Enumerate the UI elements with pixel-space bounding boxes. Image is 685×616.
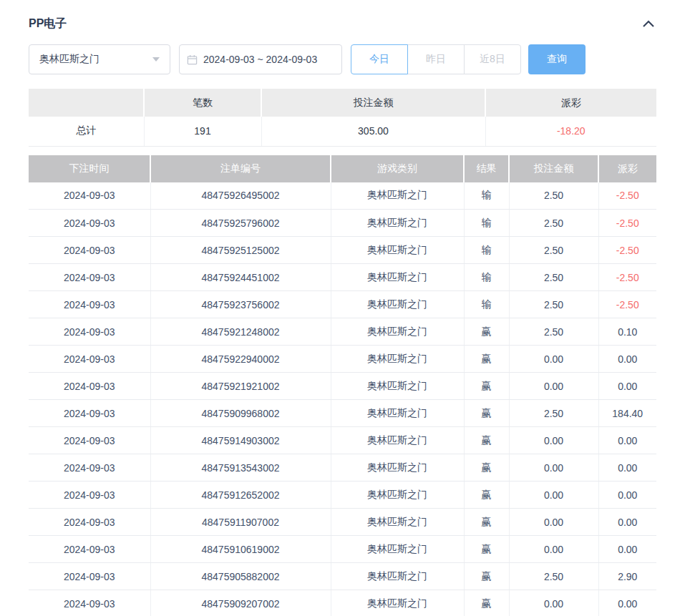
cell-payout: 0.00 (598, 427, 656, 454)
table-row: 2024-09-0348475922940002奥林匹斯之门赢0.000.00 (29, 346, 656, 373)
page-title: PP电子 (29, 16, 67, 31)
cell-bet-amount: 0.00 (509, 509, 598, 536)
cell-bet-time: 2024-09-03 (29, 210, 150, 237)
header-bet-amount: 投注金额 (509, 155, 598, 182)
table-row: 2024-09-0348475909207002奥林匹斯之门赢0.000.00 (29, 590, 656, 616)
cell-result: 输 (464, 182, 509, 210)
header-game-type: 游戏类别 (331, 155, 464, 182)
cell-bet-time: 2024-09-03 (29, 346, 150, 373)
cell-order-id: 48475926495002 (150, 182, 331, 210)
summary-header-count: 笔数 (144, 89, 261, 117)
cell-game-type: 奥林匹斯之门 (331, 454, 464, 481)
cell-payout: 0.00 (598, 373, 656, 400)
cell-game-type: 奥林匹斯之门 (331, 264, 464, 291)
cell-result: 赢 (464, 318, 509, 346)
game-select[interactable]: 奥林匹斯之门 (29, 44, 170, 74)
cell-game-type: 奥林匹斯之门 (331, 373, 464, 400)
cell-bet-time: 2024-09-03 (29, 563, 150, 590)
table-row: 2024-09-0348475921248002奥林匹斯之门赢2.500.10 (29, 318, 656, 346)
cell-order-id: 48475923756002 (150, 291, 331, 318)
cell-bet-amount: 0.00 (509, 481, 598, 509)
cell-result: 输 (464, 237, 509, 264)
bet-records-table: 下注时间 注单编号 游戏类别 结果 投注金额 派彩 2024-09-034847… (29, 155, 656, 616)
cell-game-type: 奥林匹斯之门 (331, 563, 464, 590)
cell-bet-amount: 2.50 (509, 182, 598, 210)
cell-bet-amount: 2.50 (509, 563, 598, 590)
table-row: 2024-09-0348475912652002奥林匹斯之门赢0.000.00 (29, 481, 656, 509)
cell-payout: -2.50 (598, 210, 656, 237)
cell-bet-time: 2024-09-03 (29, 400, 150, 427)
cell-order-id: 48475924451002 (150, 264, 331, 291)
cell-bet-amount: 2.50 (509, 237, 598, 264)
cell-result: 输 (464, 210, 509, 237)
cell-result: 赢 (464, 346, 509, 373)
date-range-value: 2024-09-03 ~ 2024-09-03 (203, 54, 317, 65)
yesterday-button[interactable]: 昨日 (407, 44, 465, 74)
collapse-button[interactable] (641, 18, 656, 29)
table-row: 2024-09-0348475925125002奥林匹斯之门输2.50-2.50 (29, 237, 656, 264)
cell-bet-time: 2024-09-03 (29, 182, 150, 210)
cell-bet-time: 2024-09-03 (29, 454, 150, 481)
cell-result: 赢 (464, 481, 509, 509)
cell-result: 赢 (464, 373, 509, 400)
summary-count-value: 191 (144, 117, 261, 146)
cell-game-type: 奥林匹斯之门 (331, 481, 464, 509)
cell-order-id: 48475925796002 (150, 210, 331, 237)
cell-bet-amount: 2.50 (509, 264, 598, 291)
panel-header: PP电子 (29, 13, 656, 34)
cell-game-type: 奥林匹斯之门 (331, 210, 464, 237)
summary-bet-value: 305.00 (261, 117, 485, 146)
cell-bet-amount: 0.00 (509, 590, 598, 616)
cell-result: 赢 (464, 509, 509, 536)
filter-controls: 奥林匹斯之门 2024-09-03 ~ 2024-09-03 今日 昨日 近8日… (29, 44, 656, 74)
cell-payout: -2.50 (598, 291, 656, 318)
cell-game-type: 奥林匹斯之门 (331, 509, 464, 536)
game-select-value: 奥林匹斯之门 (39, 53, 99, 66)
cell-bet-amount: 2.50 (509, 400, 598, 427)
cell-order-id: 48475909968002 (150, 400, 331, 427)
summary-table: 笔数 投注金额 派彩 总计 191 305.00 -18.20 (29, 89, 656, 147)
cell-game-type: 奥林匹斯之门 (331, 536, 464, 563)
cell-bet-time: 2024-09-03 (29, 427, 150, 454)
header-payout: 派彩 (598, 155, 656, 182)
table-row: 2024-09-0348475914903002奥林匹斯之门赢0.000.00 (29, 427, 656, 454)
pp-electronic-panel: PP电子 奥林匹斯之门 2024-09-03 ~ 2024-09-03 今日 昨… (0, 0, 685, 616)
table-row: 2024-09-0348475923756002奥林匹斯之门输2.50-2.50 (29, 291, 656, 318)
cell-result: 赢 (464, 563, 509, 590)
cell-order-id: 48475910619002 (150, 536, 331, 563)
bet-table-header-row: 下注时间 注单编号 游戏类别 结果 投注金额 派彩 (29, 155, 656, 182)
cell-order-id: 48475905882002 (150, 563, 331, 590)
cell-bet-time: 2024-09-03 (29, 481, 150, 509)
cell-result: 赢 (464, 427, 509, 454)
cell-game-type: 奥林匹斯之门 (331, 318, 464, 346)
bet-table-body: 2024-09-0348475926495002奥林匹斯之门输2.50-2.50… (29, 182, 656, 616)
date-range-input[interactable]: 2024-09-03 ~ 2024-09-03 (179, 44, 342, 74)
chevron-up-icon (642, 19, 655, 28)
cell-payout: 0.00 (598, 481, 656, 509)
cell-bet-amount: 0.00 (509, 536, 598, 563)
chevron-down-icon (152, 57, 160, 62)
cell-bet-time: 2024-09-03 (29, 536, 150, 563)
cell-payout: 0.00 (598, 346, 656, 373)
cell-order-id: 48475914903002 (150, 427, 331, 454)
cell-bet-amount: 2.50 (509, 318, 598, 346)
cell-bet-time: 2024-09-03 (29, 318, 150, 346)
today-button[interactable]: 今日 (351, 44, 408, 74)
cell-payout: 184.40 (598, 400, 656, 427)
cell-bet-amount: 0.00 (509, 454, 598, 481)
cell-game-type: 奥林匹斯之门 (331, 400, 464, 427)
search-button[interactable]: 查询 (528, 44, 586, 74)
cell-order-id: 48475921921002 (150, 373, 331, 400)
cell-order-id: 48475909207002 (150, 590, 331, 616)
last-8-days-button[interactable]: 近8日 (464, 44, 521, 74)
cell-game-type: 奥林匹斯之门 (331, 346, 464, 373)
cell-game-type: 奥林匹斯之门 (331, 590, 464, 616)
table-row: 2024-09-0348475910619002奥林匹斯之门赢0.000.00 (29, 536, 656, 563)
cell-payout: -2.50 (598, 182, 656, 210)
summary-header-blank (29, 89, 144, 117)
quick-range-group: 今日 昨日 近8日 (351, 44, 521, 74)
table-row: 2024-09-0348475925796002奥林匹斯之门输2.50-2.50 (29, 210, 656, 237)
cell-bet-amount: 2.50 (509, 210, 598, 237)
table-row: 2024-09-0348475913543002奥林匹斯之门赢0.000.00 (29, 454, 656, 481)
cell-bet-time: 2024-09-03 (29, 373, 150, 400)
